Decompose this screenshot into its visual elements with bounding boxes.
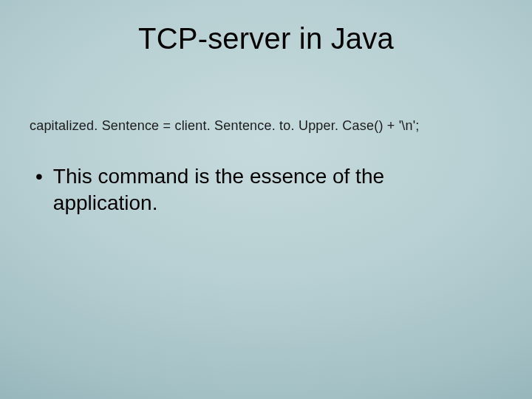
bullet-icon: •	[35, 163, 43, 190]
list-item: • This command is the essence of the app…	[35, 163, 488, 216]
slide-title: TCP-server in Java	[0, 0, 532, 70]
slide: TCP-server in Java capitalized. Sentence…	[0, 0, 532, 399]
bullet-list: • This command is the essence of the app…	[0, 163, 532, 216]
bullet-text: This command is the essence of the appli…	[53, 163, 488, 216]
code-line: capitalized. Sentence = client. Sentence…	[0, 118, 532, 134]
